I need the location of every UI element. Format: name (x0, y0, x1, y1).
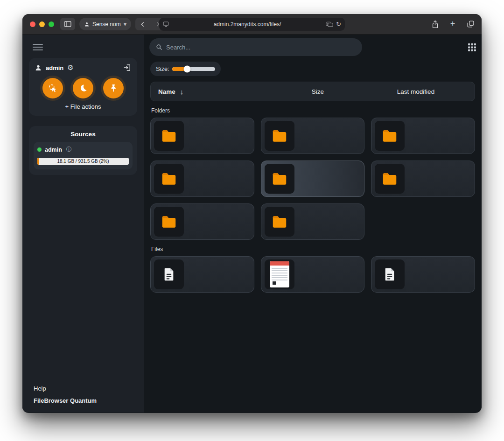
site-icon (163, 21, 169, 27)
search-input[interactable]: Search... (149, 38, 362, 56)
reload-icon[interactable]: ↻ (336, 21, 341, 28)
pin-icon (109, 84, 118, 93)
thumbnail-header-bar (270, 261, 289, 266)
chevron-down-icon: ▾ (124, 21, 127, 28)
user-name: admin (46, 64, 63, 71)
folder-card[interactable] (261, 203, 365, 240)
view-grid-button[interactable] (468, 43, 476, 51)
folder-icon-tile (154, 207, 184, 237)
user-card: admin ⚙ + File (29, 58, 137, 116)
grid-view-icon (468, 43, 476, 51)
folder-card[interactable] (261, 118, 365, 154)
profile-name: Sense nom (92, 21, 121, 28)
file-card[interactable] (371, 256, 475, 293)
info-icon[interactable]: ⓘ (66, 146, 72, 154)
folder-card[interactable] (261, 161, 365, 197)
pointer-action-button[interactable] (42, 78, 63, 98)
back-button[interactable] (135, 18, 150, 30)
folders-grid (150, 118, 475, 240)
file-icon-tile (375, 259, 405, 289)
new-tab-button[interactable]: + (446, 18, 459, 31)
sidebar: admin ⚙ + File (22, 35, 144, 413)
moon-icon (78, 84, 88, 93)
size-slider-knob[interactable] (184, 65, 191, 72)
tab-overview-button[interactable] (464, 18, 477, 31)
settings-gear-icon[interactable]: ⚙ (67, 63, 73, 72)
document-icon (382, 267, 397, 282)
usage-fill (37, 158, 39, 165)
folder-icon-tile (375, 121, 405, 151)
folder-icon (271, 213, 288, 231)
file-card[interactable] (261, 256, 365, 293)
document-icon (161, 267, 176, 282)
source-status-dot (37, 147, 42, 152)
file-listing: Size: Name ↓ Size Last modified Folders (144, 60, 482, 302)
folder-card[interactable] (150, 161, 254, 197)
usage-text: 18.1 GB / 931.5 GB (2%) (57, 159, 109, 164)
folder-icon (381, 127, 399, 145)
size-label: Size: (156, 65, 169, 72)
logout-button[interactable] (123, 63, 132, 72)
dark-mode-button[interactable] (73, 78, 93, 98)
folder-icon (160, 127, 178, 145)
pin-button[interactable] (103, 78, 124, 98)
user-icon (35, 64, 42, 71)
search-icon (156, 44, 162, 50)
sidebar-toggle-button[interactable] (60, 18, 75, 30)
list-header: Name ↓ Size Last modified (150, 82, 475, 101)
close-window-button[interactable] (30, 21, 35, 27)
profile-menu-button[interactable]: Sense nom ▾ (79, 18, 131, 30)
source-item[interactable]: admin ⓘ 18.1 GB / 931.5 GB (2%) (34, 142, 133, 169)
document-preview-thumbnail (270, 261, 289, 287)
column-name-header[interactable]: Name ↓ (158, 88, 271, 96)
autofill-badge-icon[interactable] (326, 21, 333, 27)
main-top-bar: Search... (144, 35, 482, 60)
chevron-left-icon (140, 21, 146, 28)
logout-icon (123, 63, 132, 72)
sources-card: Sources admin ⓘ 18.1 GB / 931.5 GB (2%) (29, 126, 137, 175)
url-bar[interactable]: admin.2manydits.com/files/ ↻ (159, 18, 345, 31)
folder-icon (160, 170, 178, 188)
url-text: admin.2manydits.com/files/ (172, 21, 323, 28)
file-actions-label[interactable]: + File actions (35, 103, 132, 110)
file-card[interactable] (150, 256, 254, 293)
folders-section-label: Folders (151, 107, 474, 114)
minimize-window-button[interactable] (39, 21, 45, 27)
usage-bar: 18.1 GB / 931.5 GB (2%) (37, 158, 129, 165)
zoom-window-button[interactable] (49, 21, 54, 27)
column-size-header[interactable]: Size (271, 88, 364, 95)
person-icon (84, 21, 90, 27)
folder-card[interactable] (150, 203, 254, 240)
column-modified-header[interactable]: Last modified (364, 88, 467, 95)
folder-icon (381, 170, 399, 188)
share-button[interactable] (428, 18, 441, 31)
toolbar-right: + (428, 18, 477, 31)
folder-card[interactable] (371, 161, 475, 197)
folder-icon (271, 170, 288, 188)
sort-desc-icon: ↓ (180, 88, 184, 96)
folder-icon (271, 127, 288, 145)
folder-icon-tile (375, 164, 405, 194)
files-grid (150, 256, 475, 293)
source-row: admin ⓘ (37, 146, 129, 154)
pointer-click-icon (48, 83, 58, 93)
folder-card[interactable] (150, 118, 254, 154)
filebrowser-app: admin ⚙ + File (22, 35, 482, 413)
size-slider[interactable] (172, 67, 215, 71)
sidebar-bottom: Help FileBrowser Quantum (22, 385, 144, 413)
files-section-label: Files (151, 246, 474, 252)
browser-window: Sense nom ▾ admin.2manydits.com/files/ ↻ (22, 14, 482, 413)
thumbnail-text-lines (272, 268, 287, 280)
hamburger-menu-button[interactable] (33, 44, 43, 50)
folder-icon-tile (265, 164, 294, 194)
file-icon-tile (265, 259, 294, 289)
help-link[interactable]: Help (34, 385, 133, 392)
folder-icon-tile (154, 121, 184, 151)
source-name: admin (45, 147, 62, 153)
user-row: admin ⚙ (35, 63, 132, 72)
app-name: FileBrowser Quantum (34, 397, 133, 404)
folder-card[interactable] (371, 118, 475, 154)
folder-icon-tile (265, 207, 294, 237)
file-icon-tile (154, 259, 184, 289)
size-slider-control: Size: (150, 62, 221, 76)
